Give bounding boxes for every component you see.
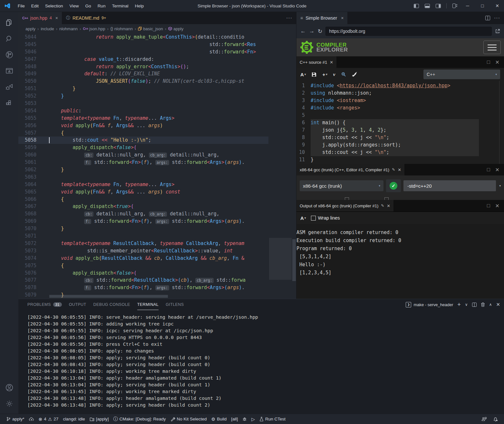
code-line[interactable]: 5055 template<typename Fn, typename... A… bbox=[18, 115, 268, 122]
code-line[interactable]: 5058 std::cout << "Hello :-)\n"; bbox=[18, 137, 268, 144]
add-pane-icon[interactable]: +▾ bbox=[322, 72, 327, 77]
debug-item[interactable] bbox=[240, 414, 249, 424]
code-line[interactable]: 5071 bbox=[18, 232, 268, 240]
code-line[interactable]: 5076 apply_dispatch<false>( bbox=[18, 269, 268, 277]
language-select[interactable]: C++ ▾ bbox=[423, 70, 500, 79]
build-item[interactable]: ⚙ Build bbox=[209, 414, 229, 424]
godbolt-code-line[interactable]: 9 j.apply(std::ranges::sort); bbox=[296, 141, 504, 149]
more-actions-icon[interactable]: ··· bbox=[494, 15, 500, 21]
terminal-instance[interactable]: ❯ make - serve_header bbox=[406, 302, 453, 307]
code-line[interactable]: 5044 return apply_make_tuple<ConstThis>(… bbox=[18, 33, 268, 41]
code-line[interactable]: 5045 std::forward<Res bbox=[18, 41, 268, 48]
compiler-pane-tab[interactable]: x86-64 gcc (trunk) (C++, Editor #1, Comp… bbox=[296, 164, 404, 175]
code-line[interactable]: 5054 public: bbox=[18, 107, 268, 115]
menu-go[interactable]: Go bbox=[82, 2, 94, 10]
reload-icon[interactable]: ↻ bbox=[318, 28, 322, 35]
tab-readme-md[interactable]: ⓘ README.md 9+ bbox=[62, 12, 111, 24]
clangd-status-item[interactable]: clangd: idle bbox=[61, 414, 87, 424]
account-icon[interactable] bbox=[2, 380, 17, 396]
project-item[interactable]: [apply] bbox=[87, 414, 111, 424]
code-line[interactable]: 5063 bbox=[18, 174, 268, 181]
customize-layout-icon[interactable] bbox=[450, 2, 460, 10]
menu-terminal[interactable]: Terminal bbox=[109, 2, 131, 10]
maximize-panel-icon[interactable]: ∧ bbox=[489, 302, 492, 307]
search-code-icon[interactable] bbox=[341, 72, 346, 77]
wrap-lines-checkbox[interactable]: Wrap lines bbox=[311, 215, 340, 221]
godbolt-source-editor[interactable]: 1#include <https://localhost:8443/apply/… bbox=[296, 81, 504, 164]
code-line[interactable]: 5073 std::is_member_pointer<ResultCallba… bbox=[18, 247, 268, 255]
cmake-tools-icon[interactable] bbox=[2, 63, 17, 79]
code-line[interactable]: 5051 } bbox=[18, 85, 268, 92]
terminal-dropdown-icon[interactable]: ∨ bbox=[465, 302, 468, 307]
godbolt-code-line[interactable]: 5 bbox=[296, 112, 504, 119]
source-tab-close-icon[interactable]: ✕ bbox=[330, 60, 333, 65]
code-line[interactable]: 5075 { bbox=[18, 262, 268, 269]
rename-pane-icon[interactable]: ✎ bbox=[392, 167, 395, 172]
git-branch-item[interactable]: apply* bbox=[4, 414, 27, 424]
godbolt-code-line[interactable]: 3#include <iostream> bbox=[296, 97, 504, 104]
code-editor[interactable]: 5044 return apply_make_tuple<ConstThis>(… bbox=[18, 33, 296, 299]
panel-tab-terminal[interactable]: TERMINAL bbox=[137, 299, 159, 310]
open-external-icon[interactable] bbox=[495, 29, 500, 34]
panel-tab-output[interactable]: OUTPUT bbox=[69, 299, 86, 310]
toggle-sidebar-icon[interactable] bbox=[412, 2, 421, 10]
font-size-icon[interactable]: A▾ bbox=[300, 215, 306, 221]
vertical-scrollbar[interactable] bbox=[292, 239, 296, 281]
code-line[interactable]: 5056 void apply(Fn&& f, Args&& ... args) bbox=[18, 122, 268, 129]
code-line[interactable]: 5060 cb: detail::null_arg, cb_arg: detai… bbox=[18, 151, 268, 159]
toggle-secondary-sidebar-icon[interactable] bbox=[433, 2, 443, 10]
url-input[interactable]: https://godbolt.org bbox=[325, 27, 492, 36]
maximize-pane-icon[interactable]: □ bbox=[487, 203, 490, 209]
compiler-tab-close-icon[interactable]: ✕ bbox=[398, 167, 401, 172]
maximize-pane-icon[interactable]: □ bbox=[487, 59, 490, 65]
feedback-item[interactable] bbox=[479, 417, 489, 421]
kill-terminal-icon[interactable] bbox=[481, 302, 485, 307]
code-line[interactable]: 5070 } bbox=[18, 225, 268, 232]
source-pane-tab[interactable]: C++ source #1 ✕ bbox=[296, 56, 336, 68]
args-dropdown-icon[interactable]: ▾ bbox=[499, 184, 501, 187]
toggle-panel-icon[interactable] bbox=[422, 2, 432, 10]
code-line[interactable]: 5069 f: std::forward<Fn>(f), args: std::… bbox=[18, 218, 268, 225]
code-line[interactable]: 5072 template<typename ResultCallback, t… bbox=[18, 240, 268, 247]
code-line[interactable]: 5077 cb: std::forward<ResultCallback>(cb… bbox=[18, 277, 268, 284]
breadcrumb-item[interactable]: include bbox=[41, 26, 54, 31]
godbolt-code-line[interactable]: 10 std::cout << j << "\n"; bbox=[296, 149, 504, 156]
code-line[interactable]: 5048 return apply_error<ConstThis>(); bbox=[18, 63, 268, 71]
vim-mode-icon[interactable]: v bbox=[333, 72, 335, 77]
publish-item[interactable] bbox=[27, 414, 36, 424]
breadcrumb-item[interactable]: C++json.hpp bbox=[83, 26, 105, 31]
terminal-output[interactable]: [2022-04-30 06:05:55] INFO: serve_header… bbox=[18, 310, 504, 414]
code-line[interactable]: 5078 f: std::forward<Fn>(f), args: std::… bbox=[18, 284, 268, 291]
menu-run[interactable]: Run bbox=[95, 2, 109, 10]
split-editor-icon[interactable] bbox=[485, 16, 490, 20]
rename-pane-icon[interactable]: ✎ bbox=[381, 203, 384, 208]
extensions-icon[interactable] bbox=[2, 95, 17, 111]
editor-actions-more-icon[interactable]: ··· bbox=[286, 12, 296, 24]
forward-icon[interactable]: → bbox=[309, 28, 315, 34]
compiler-args-input[interactable]: -std=c++20 bbox=[403, 180, 496, 191]
build-target-item[interactable]: [all] bbox=[229, 414, 240, 424]
godbolt-code-line[interactable]: 1#include <https://localhost:8443/apply/… bbox=[296, 82, 504, 90]
code-line[interactable]: 5053 bbox=[18, 100, 268, 107]
source-control-icon[interactable] bbox=[2, 47, 17, 63]
godbolt-code-line[interactable]: 4#include <ranges> bbox=[296, 104, 504, 112]
save-icon[interactable] bbox=[312, 72, 316, 77]
breadcrumb-item[interactable]: apply bbox=[168, 26, 183, 31]
notifications-item[interactable] bbox=[491, 417, 500, 422]
split-terminal-icon[interactable] bbox=[472, 303, 477, 307]
code-line[interactable]: 5065 void apply(Fn&& f, Args&& ... args)… bbox=[18, 188, 268, 196]
panel-tab-gitlens[interactable]: GITLENS bbox=[166, 299, 184, 310]
breadcrumb-item[interactable]: apply bbox=[25, 26, 35, 31]
tab-close-icon[interactable]: × bbox=[55, 15, 58, 21]
breadcrumb-item[interactable]: basic_json bbox=[138, 26, 163, 31]
code-line[interactable]: 5062 } bbox=[18, 166, 268, 174]
godbolt-code-line[interactable]: 11} bbox=[296, 156, 504, 164]
maximize-pane-icon[interactable]: □ bbox=[487, 167, 490, 173]
panel-tab-problems[interactable]: PROBLEMS31 bbox=[27, 299, 62, 310]
godbolt-code-line[interactable]: 7 json j{5, 3, 1, 4, 2}; bbox=[296, 127, 504, 134]
maximize-button[interactable]: □ bbox=[476, 1, 489, 11]
search-icon[interactable] bbox=[2, 31, 17, 47]
close-button[interactable]: ✕ bbox=[490, 1, 504, 11]
code-line[interactable]: 5052 } bbox=[18, 92, 268, 100]
tab-close-icon[interactable]: × bbox=[341, 15, 344, 21]
